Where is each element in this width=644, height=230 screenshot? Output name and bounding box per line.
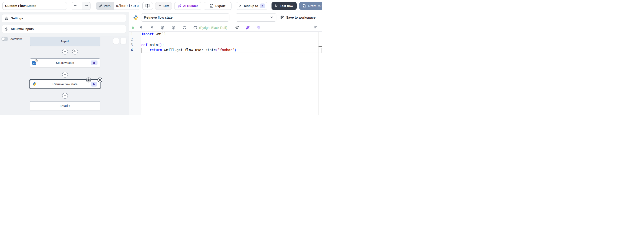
test-flow-button[interactable]: Test flow: [272, 2, 297, 10]
delete-node-button[interactable]: [98, 78, 102, 83]
code-lines[interactable]: import wmilldef main(): return wmill.get…: [141, 32, 236, 53]
draft-button[interactable]: Draft ⌘S: [299, 2, 322, 10]
save-to-workspace-button[interactable]: Save to workspace: [280, 14, 316, 21]
chevron-down-icon: [270, 15, 274, 19]
undo-redo-group: [72, 2, 91, 10]
insert-step-button-3[interactable]: [62, 93, 68, 99]
move-node-handle[interactable]: [86, 78, 91, 83]
code-line[interactable]: def main():: [141, 42, 236, 48]
add-trigger-button[interactable]: [72, 49, 78, 55]
redo-icon: [84, 4, 88, 8]
save-icon: [280, 15, 284, 19]
undo-button[interactable]: [72, 2, 80, 10]
step-id-badge-a: a: [91, 60, 98, 65]
open-book-icon: [146, 4, 150, 8]
graph-node-input[interactable]: Input: [30, 37, 100, 46]
insert-step-button-1[interactable]: [62, 49, 68, 55]
reload-button-1[interactable]: [183, 26, 186, 30]
docs-button[interactable]: [142, 2, 153, 10]
wand-sparkles-icon: [246, 26, 250, 30]
overview-cursor-mark: [318, 46, 322, 47]
insert-step-button-2[interactable]: [62, 72, 68, 78]
undo-icon: [74, 4, 78, 8]
path-label: Path: [104, 4, 110, 8]
path-edit-button[interactable]: Path: [96, 2, 114, 10]
dataflow-toggle[interactable]: [2, 37, 8, 41]
dollar-icon: [139, 26, 143, 30]
plus-icon: [63, 50, 66, 53]
export-button[interactable]: Export: [204, 2, 232, 10]
variable-picker-button[interactable]: [139, 26, 143, 30]
graph-node-set-flow-state[interactable]: TS Set flow state a: [30, 58, 100, 67]
pencil-icon: [99, 5, 102, 8]
settings-card[interactable]: Settings: [2, 14, 126, 22]
package-icon: [161, 26, 164, 30]
line-number: 2: [126, 37, 133, 42]
toggle-knob: [2, 38, 5, 40]
python-language-icon: [133, 15, 138, 20]
redo-button[interactable]: [82, 2, 90, 10]
paintbrush-icon: [235, 26, 239, 30]
graph-node-result[interactable]: Result: [30, 101, 100, 110]
close-icon: [98, 78, 102, 82]
path-control: Path u/henri/pro: [96, 2, 140, 10]
script-kind-select[interactable]: [236, 13, 277, 22]
plus-icon: [64, 94, 67, 97]
code-gutter: 1234: [126, 32, 133, 53]
lightning-bolt-icon: [73, 50, 76, 53]
plus-icon: [63, 73, 66, 76]
code-line[interactable]: import wmill: [141, 32, 236, 37]
ai-builder-button[interactable]: AI Builder: [174, 2, 201, 10]
line-number: 3: [126, 42, 133, 48]
typescript-bun-icon: TS: [32, 61, 36, 65]
step-name-input[interactable]: Retrieve flow state: [141, 13, 230, 22]
code-assistants-label[interactable]: (Pyright Black Ruff): [199, 24, 227, 31]
diff-button[interactable]: Diff: [155, 2, 172, 10]
save-icon: [302, 4, 306, 8]
code-line[interactable]: return wmill.get_flow_user_state("foobar…: [141, 48, 236, 53]
rotate-cw-icon: [183, 26, 186, 30]
topbar: Custom Flow States Path u/henri/pro D: [0, 0, 322, 12]
zoom-in-button[interactable]: [113, 38, 119, 44]
ai-fix-button[interactable]: [246, 26, 250, 30]
play-icon: [238, 4, 242, 8]
ai-autocomplete-off-button[interactable]: [256, 26, 260, 30]
reload-button-2[interactable]: [193, 26, 197, 30]
flow-graph: dataflow Input: [0, 36, 129, 115]
status-dot: [132, 27, 134, 29]
bun-emoji-icon: [35, 59, 38, 62]
test-up-to-button[interactable]: Test up to b: [236, 2, 267, 10]
dollar-icon: [150, 26, 154, 30]
line-number: 4: [126, 48, 133, 53]
format-code-button[interactable]: [235, 26, 239, 30]
sparkles-slash-icon: [256, 26, 260, 30]
plus-icon: [114, 39, 118, 43]
resource-picker-button[interactable]: [150, 26, 154, 30]
move-icon: [87, 78, 90, 82]
code-line[interactable]: [141, 37, 236, 42]
library-button[interactable]: [314, 25, 318, 29]
sliders-icon: [4, 16, 8, 20]
wand-sparkles-icon: [178, 4, 181, 8]
path-value[interactable]: u/henri/pro: [114, 2, 140, 10]
step-id-badge-b: b: [91, 82, 98, 87]
package-button-2[interactable]: [172, 26, 176, 30]
dataflow-label: dataflow: [10, 37, 22, 41]
minus-icon: [122, 39, 125, 43]
plus-minus-icon: [158, 4, 162, 8]
test-up-to-step-badge: b: [260, 4, 265, 8]
play-icon: [275, 4, 278, 8]
draft-shortcut: ⌘S: [318, 4, 322, 8]
windmill-flow-editor: Custom Flow States Path u/henri/pro D: [0, 0, 322, 115]
file-json-icon: [210, 4, 214, 8]
line-number: 1: [126, 32, 133, 37]
overview-ruler-line: [318, 32, 319, 115]
package-icon: [172, 26, 176, 30]
flow-name-value: Custom Flow States: [5, 4, 36, 8]
library-icon: [314, 25, 318, 29]
package-button-1[interactable]: [161, 26, 164, 30]
rotate-cw-icon: [193, 26, 197, 30]
all-static-inputs-card[interactable]: All Static Inputs: [2, 25, 126, 33]
flow-name-input[interactable]: Custom Flow States: [2, 2, 67, 10]
python-icon: [32, 82, 36, 86]
